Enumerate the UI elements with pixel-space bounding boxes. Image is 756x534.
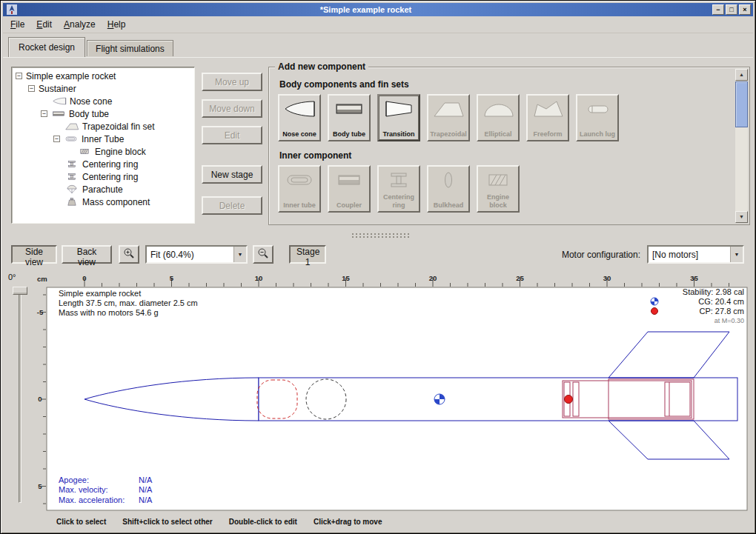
hint-click-select: Click to select [56, 518, 106, 526]
hint-click-drag: Click+drag to move [314, 518, 382, 526]
max-acceleration-value: N/A [139, 495, 153, 504]
svg-text:25: 25 [516, 274, 524, 282]
svg-text:20: 20 [429, 274, 437, 282]
delete-button[interactable]: Delete [202, 196, 262, 215]
inner-tube-icon [64, 134, 79, 144]
component-button-label: Elliptical [484, 130, 511, 138]
component-button-label: Trapezoidal [430, 130, 467, 138]
maximize-button[interactable]: □ [726, 4, 737, 15]
tree-item-nose-cone[interactable]: Nose cone [12, 95, 194, 107]
move-up-button[interactable]: Move up [202, 73, 262, 91]
tree-expander-icon[interactable]: − [53, 136, 60, 142]
back-view-button[interactable]: Back view [62, 245, 112, 264]
openrocket-window: *Simple example rocket − □ × File Edit A… [0, 0, 756, 534]
svg-text:5: 5 [170, 274, 174, 282]
stage-1-toggle[interactable]: Stage 1 [289, 245, 326, 264]
design-panel: −Simple example rocket−SustainerNose con… [3, 57, 753, 239]
nose-cone-icon [283, 98, 316, 120]
chevron-down-icon[interactable]: ▼ [233, 247, 246, 262]
body-tube-icon [333, 98, 365, 120]
add-body-tube-button[interactable]: Body tube [328, 94, 371, 141]
new-stage-button[interactable]: New stage [202, 165, 262, 184]
edit-button[interactable]: Edit [202, 126, 262, 144]
rocket-canvas[interactable]: 05101520253035 -505 cm [35, 272, 748, 512]
tree-item-sustainer[interactable]: −Sustainer [12, 82, 194, 95]
motor-configuration-select[interactable]: [No motors] ▼ [647, 245, 744, 264]
tree-item-label: Trapezoidal fin set [82, 121, 155, 132]
zoom-in-button[interactable] [119, 245, 139, 264]
ruler-unit-label: cm [37, 275, 47, 283]
minimize-button[interactable]: − [712, 4, 724, 15]
move-down-button[interactable]: Move down [202, 99, 262, 118]
window-title: *Simple example rocket [19, 5, 712, 14]
tree-item-centering-ring[interactable]: Centering ring [12, 170, 194, 183]
add-transition-button[interactable]: Transition [377, 94, 420, 141]
add-coupler-button[interactable]: Coupler [328, 165, 371, 213]
svg-text:35: 35 [690, 274, 698, 282]
add-elliptical-button[interactable]: Elliptical [477, 94, 520, 141]
component-button-label: Centering ring [379, 193, 418, 209]
zoom-out-button[interactable] [253, 245, 273, 264]
rocket-dimensions-text: Length 37.5 cm, max. diameter 2.5 cm [59, 298, 198, 307]
menu-help[interactable]: Help [102, 17, 132, 32]
tree-expander-icon[interactable]: − [16, 73, 22, 79]
add-inner-tube-button[interactable]: Inner tube [278, 165, 321, 213]
tree-item-engine-block[interactable]: Engine block [12, 145, 194, 158]
menu-analyze[interactable]: Analyze [58, 17, 102, 32]
section-label-body-components-and-fin-sets: Body components and fin sets [279, 79, 733, 90]
add-centering-ring-button[interactable]: Centering ring [377, 165, 420, 213]
scroll-up-arrow[interactable]: ▲ [735, 69, 748, 81]
add-trapezoidal-button[interactable]: Trapezoidal [427, 94, 470, 141]
tab-flight-simulations[interactable]: Flight simulations [87, 40, 173, 56]
side-view-button[interactable]: Side view [11, 245, 57, 264]
design-canvas: 0° 05101520253035 -505 cm [3, 269, 753, 512]
menu-edit[interactable]: Edit [30, 17, 58, 32]
svg-text:5: 5 [38, 482, 42, 490]
add-launch-lug-button[interactable]: Launch lug [576, 94, 619, 141]
tree-expander-icon[interactable]: − [41, 110, 47, 117]
vertical-ruler: -505 [37, 295, 46, 504]
engine-block-icon [77, 147, 92, 156]
tree-item-body-tube[interactable]: −Body tube [12, 107, 194, 120]
menu-file[interactable]: File [4, 17, 30, 32]
tree-item-label: Sustainer [39, 84, 76, 94]
add-bulkhead-button[interactable]: Bulkhead [427, 165, 470, 213]
tree-item-simple-example-rocket[interactable]: −Simple example rocket [12, 70, 194, 82]
titlebar: *Simple example rocket − □ × [3, 3, 753, 16]
zoom-level-select[interactable]: Fit (60.4%) ▼ [145, 245, 248, 264]
tree-expander-icon[interactable]: − [28, 85, 35, 92]
mach-note: at M=0.30 [714, 317, 744, 324]
close-button[interactable]: × [739, 4, 751, 15]
component-tree[interactable]: −Simple example rocket−SustainerNose con… [11, 67, 195, 224]
tab-rocket-design[interactable]: Rocket design [8, 37, 85, 57]
centering-ring-icon [382, 169, 415, 191]
add-nose-cone-button[interactable]: Nose cone [278, 94, 321, 141]
tree-item-label: Parachute [82, 184, 123, 195]
component-scrollbar[interactable]: ▲ ▼ [735, 69, 748, 223]
rotation-slider-track[interactable] [19, 290, 21, 503]
tree-item-label: Simple example rocket [26, 71, 116, 81]
tree-item-inner-tube[interactable]: −Inner Tube [12, 133, 194, 145]
splitter-handle[interactable] [351, 233, 411, 238]
motor-configuration-label: Motor configuration: [562, 250, 640, 260]
component-sections: Body components and fin setsNose coneBod… [269, 67, 733, 224]
component-button-label: Launch lug [580, 130, 615, 138]
tree-action-buttons: Move up Move down Edit New stage Delete [202, 73, 262, 215]
tree-item-centering-ring[interactable]: Centering ring [12, 158, 194, 170]
add-freeform-button[interactable]: Freeform [526, 94, 569, 141]
trapezoidal-icon [64, 121, 79, 131]
chevron-down-icon[interactable]: ▼ [730, 247, 743, 262]
main-tabs: Rocket design Flight simulations [8, 36, 175, 56]
rotation-slider-handle[interactable] [13, 287, 27, 295]
tree-item-trapezoidal-fin-set[interactable]: Trapezoidal fin set [12, 120, 194, 133]
scrollbar-thumb[interactable] [735, 81, 748, 127]
body-tube-outline [259, 378, 737, 421]
section-label-inner-component: Inner component [279, 150, 733, 161]
max-acceleration-label: Max. acceleration: [59, 495, 125, 504]
add-engine-block-button[interactable]: Engine block [477, 165, 520, 213]
scroll-down-arrow[interactable]: ▼ [735, 211, 748, 223]
launch-lug-icon [581, 98, 614, 120]
tree-item-label: Centering ring [82, 172, 138, 182]
tree-item-mass-component[interactable]: Mass component [12, 196, 194, 208]
tree-item-parachute[interactable]: Parachute [12, 183, 194, 196]
